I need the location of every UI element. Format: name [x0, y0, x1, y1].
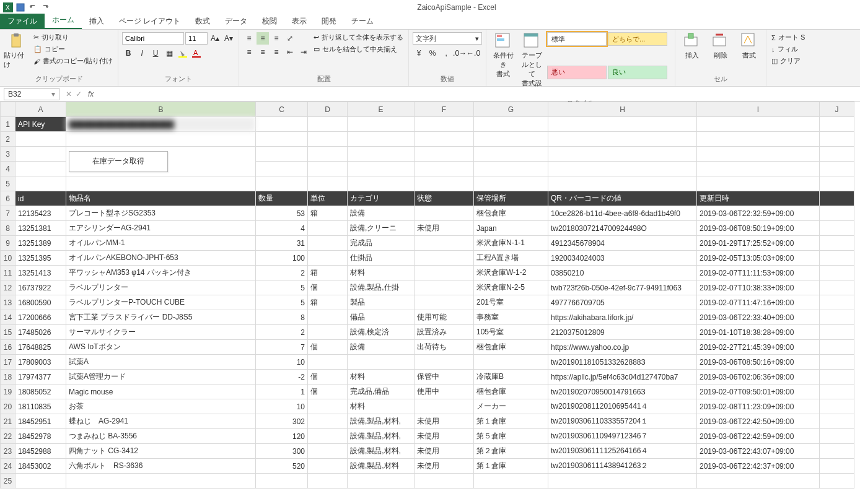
clear-button[interactable]: ◫クリア	[770, 56, 806, 66]
cell-category[interactable]: 仕掛品	[348, 251, 415, 266]
underline-button[interactable]: U	[149, 47, 162, 59]
copy-button[interactable]: 📋コピー	[32, 44, 114, 54]
cell-qty[interactable]: 100	[256, 251, 308, 266]
tab-home[interactable]: ホーム	[45, 12, 82, 29]
cell-code[interactable]: https://akihabara.lifork.jp/	[548, 310, 697, 325]
cell-updated[interactable]: 2019-03-06T22:42:37+09:00	[697, 459, 820, 474]
row-header[interactable]: 13	[1, 295, 15, 310]
cell-location[interactable]: 第５倉庫	[474, 429, 548, 444]
cell-code[interactable]: twb723f26b-050e-42ef-9c77-94911f063	[548, 280, 697, 295]
cell-id[interactable]: 17648825	[15, 340, 66, 355]
indent-increase-icon[interactable]: ⇥	[297, 46, 310, 58]
cancel-formula-icon[interactable]: ✕	[66, 90, 72, 98]
row-header[interactable]: 5	[1, 176, 15, 191]
cell-name[interactable]: お茶	[66, 399, 256, 414]
undo-icon[interactable]	[27, 2, 38, 13]
cell-name[interactable]: 試薬A	[66, 355, 256, 370]
row-header[interactable]: 22	[1, 429, 15, 444]
cell-category[interactable]: 材料	[348, 399, 415, 414]
percent-icon[interactable]: %	[426, 47, 439, 59]
cell-state[interactable]	[415, 280, 474, 295]
cell-category[interactable]: 材料	[348, 266, 415, 280]
cell-id[interactable]: 18085052	[15, 385, 66, 399]
cell-updated[interactable]: 2019-03-06T22:43:07+09:00	[697, 444, 820, 459]
cell-code[interactable]: tw20190306111125264166４	[548, 444, 697, 459]
bold-button[interactable]: B	[122, 47, 134, 59]
paste-button[interactable]: 貼り付け	[4, 32, 30, 69]
cell-updated[interactable]: 2019-02-05T13:05:03+09:00	[697, 251, 820, 266]
cell-unit[interactable]	[308, 355, 348, 370]
cell-qty[interactable]: 8	[256, 310, 308, 325]
col-D[interactable]: D	[308, 102, 348, 117]
cell-code[interactable]: 03850210	[548, 266, 697, 280]
cell-qty[interactable]: 10	[256, 399, 308, 414]
spreadsheet-grid[interactable]: A B C D E F G H I J 1 API Key ██████████…	[0, 102, 860, 503]
cell-unit[interactable]	[308, 221, 348, 236]
cell-location[interactable]: 米沢倉庫N-2-5	[474, 280, 548, 295]
cell-id[interactable]: 13251389	[15, 236, 66, 251]
cell-updated[interactable]: 2019-02-27T21:45:39+09:00	[697, 340, 820, 355]
autosum-button[interactable]: Σオート S	[770, 32, 806, 43]
cell-unit[interactable]	[308, 310, 348, 325]
cell-location[interactable]: メーカー	[474, 399, 548, 414]
row-header[interactable]: 1	[1, 117, 15, 132]
cell-unit[interactable]: 箱	[308, 295, 348, 310]
format-painter-button[interactable]: 🖌書式のコピー/貼り付け	[32, 56, 114, 66]
col-I[interactable]: I	[697, 102, 820, 117]
col-H[interactable]: H	[548, 102, 697, 117]
save-icon[interactable]	[15, 2, 26, 13]
row-header[interactable]: 8	[1, 221, 15, 236]
cell-name[interactable]: 蝶ねじ AG-2941	[66, 414, 256, 429]
tab-view[interactable]: 表示	[284, 14, 314, 29]
cell-qty[interactable]: 120	[256, 429, 308, 444]
cell-qty[interactable]: 53	[256, 206, 308, 221]
row-header[interactable]: 23	[1, 444, 15, 459]
cell-id[interactable]: 18453002	[15, 459, 66, 474]
cell-category[interactable]: 備品	[348, 310, 415, 325]
cell-unit[interactable]	[308, 251, 348, 266]
col-G[interactable]: G	[474, 102, 548, 117]
hdr-updated[interactable]: 更新日時	[697, 191, 820, 206]
cell-updated[interactable]: 2019-02-08T11:23:09+09:00	[697, 399, 820, 414]
cell-location[interactable]: 梱包倉庫	[474, 206, 548, 221]
cell-id[interactable]: 13251395	[15, 251, 66, 266]
cell-state[interactable]: 未使用	[415, 459, 474, 474]
cell-unit[interactable]	[308, 444, 348, 459]
fill-color-button[interactable]	[177, 47, 189, 59]
cell-location[interactable]: 冷蔵庫B	[474, 370, 548, 385]
cell-unit[interactable]	[308, 414, 348, 429]
cell-state[interactable]	[415, 236, 474, 251]
select-all-corner[interactable]	[1, 102, 15, 117]
cell-id[interactable]: 16737922	[15, 280, 66, 295]
cell-category[interactable]: 設備,製品,仕掛	[348, 280, 415, 295]
col-J[interactable]: J	[820, 102, 854, 117]
fetch-inventory-button[interactable]: 在庫データ取得	[69, 151, 168, 172]
italic-button[interactable]: I	[136, 47, 148, 59]
cell-category[interactable]	[348, 355, 415, 370]
align-middle-icon[interactable]: ≡	[257, 32, 269, 45]
cell-qty[interactable]: 5	[256, 295, 308, 310]
row-header[interactable]: 7	[1, 206, 15, 221]
cell-unit[interactable]: 箱	[308, 266, 348, 280]
cell-qty[interactable]: 7	[256, 340, 308, 355]
cell-location[interactable]: 米沢倉庫W-1-2	[474, 266, 548, 280]
cell-id[interactable]: 13251413	[15, 266, 66, 280]
cell-location[interactable]: Japan	[474, 221, 548, 236]
name-box[interactable]: B32▾	[4, 88, 59, 100]
cell-category[interactable]: 設備,検定済	[348, 325, 415, 340]
cell-style-good[interactable]: 良い	[608, 66, 667, 79]
wrap-text-button[interactable]: ↩折り返して全体を表示する	[312, 32, 405, 43]
cell-code[interactable]: 4912345678904	[548, 236, 697, 251]
cell-qty[interactable]: 2	[256, 325, 308, 340]
cell-unit[interactable]	[308, 399, 348, 414]
cell-location[interactable]: 梱包倉庫	[474, 385, 548, 399]
cell-updated[interactable]: 2019-01-10T18:38:28+09:00	[697, 325, 820, 340]
tab-team[interactable]: チーム	[344, 14, 381, 29]
cell-location[interactable]: 第１倉庫	[474, 459, 548, 474]
cell-name[interactable]: Magic mouse	[66, 385, 256, 399]
font-color-button[interactable]: A	[190, 47, 203, 59]
cell-category[interactable]: 完成品,備品	[348, 385, 415, 399]
cell-name[interactable]: エアシリンダーAG-2941	[66, 221, 256, 236]
tab-developer[interactable]: 開発	[314, 14, 344, 29]
hdr-category[interactable]: カテゴリ	[348, 191, 415, 206]
